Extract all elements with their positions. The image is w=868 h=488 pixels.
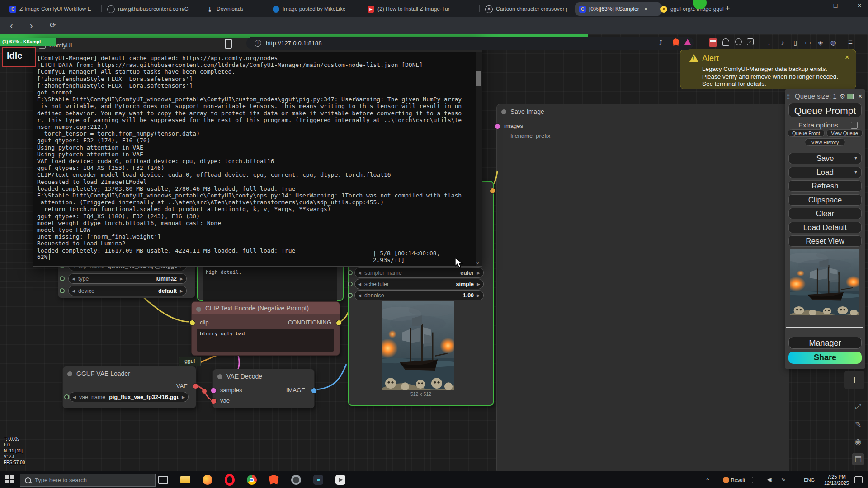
prev-arrow-icon[interactable]: ◀: [70, 395, 79, 399]
alert-close-button[interactable]: ×: [845, 53, 849, 62]
reset-view-button[interactable]: Reset View: [788, 235, 862, 247]
reload-button[interactable]: ⟳: [50, 19, 56, 31]
view-queue-button[interactable]: View Queue: [826, 129, 863, 137]
tray-clock[interactable]: 7:25 PM 12/13/2025: [824, 471, 849, 488]
firefox-taskbar-icon[interactable]: [202, 474, 213, 485]
new-tab-button[interactable]: +: [725, 4, 730, 13]
node-vae-decode[interactable]: VAE Decode samples IMAGE vae: [212, 369, 315, 408]
extension-search-icon[interactable]: ⌕: [747, 38, 754, 45]
forward-button[interactable]: ›: [30, 19, 33, 31]
denoise-widget[interactable]: ◀ denoise 1.00 ▶: [354, 290, 484, 300]
vae-output-port[interactable]: [193, 383, 198, 389]
tray-language[interactable]: ENG: [804, 471, 815, 488]
node-title-bar[interactable]: CLIP Text Encode (Negative Prompt): [192, 302, 340, 314]
opera-taskbar-icon[interactable]: [224, 474, 235, 485]
next-arrow-icon[interactable]: ▶: [474, 293, 483, 298]
widget-input-dot[interactable]: [348, 270, 353, 275]
vae-input-port[interactable]: [211, 398, 217, 404]
console-scroll-down-icon[interactable]: ∨: [476, 260, 479, 265]
browser-tab[interactable]: raw.githubusercontent.com/Co: [103, 2, 208, 16]
share-icon[interactable]: ⤴: [659, 39, 662, 46]
tray-pen-icon[interactable]: ✎: [781, 471, 786, 488]
vae-name-widget[interactable]: ◀ vae_name pig_flux_vae_fp32-f16.gguf ▶: [69, 392, 189, 402]
start-button[interactable]: [5, 475, 14, 483]
prev-arrow-icon[interactable]: ◀: [69, 277, 78, 281]
tray-display-icon[interactable]: [752, 471, 760, 488]
sidebar-toggle-icon[interactable]: [225, 39, 232, 49]
extension-red-icon[interactable]: [709, 38, 717, 47]
negative-prompt-textarea[interactable]: blurry ugly bad: [197, 329, 334, 352]
chrome-taskbar-icon[interactable]: [246, 474, 257, 485]
dark-app-taskbar-icon[interactable]: [312, 474, 324, 485]
edit-pencil-icon[interactable]: ✎: [852, 418, 864, 431]
window-maximize-button[interactable]: □: [829, 2, 842, 9]
node-save-image[interactable]: Save Image images filename_prefix: [496, 104, 789, 474]
downloads-icon[interactable]: ↓: [765, 38, 773, 47]
browser-tab[interactable]: ▶(2) How to Install Z-Image-Turl: [363, 2, 486, 16]
queue-front-button[interactable]: Queue Front: [788, 129, 825, 137]
console-scrollbar-thumb[interactable]: [476, 71, 481, 86]
brave-leo-icon[interactable]: [684, 38, 692, 47]
media-player-taskbar-icon[interactable]: [335, 474, 346, 485]
browser-tab[interactable]: CZ-Image ComfyUI Workflow Ex: [5, 2, 108, 16]
filename-prefix-widget[interactable]: filename_prefix: [510, 132, 550, 139]
clipspace-button[interactable]: Clipspace: [788, 194, 862, 206]
window-minimize-button[interactable]: —: [804, 2, 817, 9]
file-explorer-taskbar-icon[interactable]: [179, 474, 191, 485]
browser-tab[interactable]: ✳Cartoon character crossover p: [481, 2, 580, 16]
dropdown-arrow-icon[interactable]: ▼: [850, 167, 861, 178]
widget-input-dot[interactable]: [348, 293, 353, 298]
tray-expand-chevron[interactable]: ^: [707, 471, 709, 488]
rewards-diamond-icon[interactable]: ◈: [816, 38, 825, 47]
workflow-gallery-icon[interactable]: ▤: [852, 453, 864, 465]
window-close-button[interactable]: ×: [853, 2, 866, 9]
load-button[interactable]: Load▼: [788, 167, 862, 178]
task-view-taskbar-icon[interactable]: [157, 474, 169, 485]
next-arrow-icon[interactable]: ▶: [179, 395, 188, 399]
add-panel-button[interactable]: +: [844, 371, 864, 389]
widget-input-dot[interactable]: [348, 282, 353, 286]
address-bar[interactable]: i http://127.0.0.1:8188: [246, 37, 694, 50]
site-info-icon[interactable]: i: [255, 40, 261, 47]
browser-tab[interactable]: ⭳Downloads: [203, 2, 274, 16]
prev-arrow-icon[interactable]: ◀: [355, 282, 364, 286]
manager-button[interactable]: Manager: [788, 337, 862, 349]
url-text[interactable]: http://127.0.0.1:8188: [266, 40, 322, 47]
dropdown-arrow-icon[interactable]: ▼: [850, 153, 861, 164]
prev-arrow-icon[interactable]: ◀: [355, 293, 364, 298]
type-widget[interactable]: ◀ type lumina2 ▶: [68, 273, 187, 284]
clip-input-port[interactable]: [189, 320, 195, 326]
taskbar-search-box[interactable]: Type here to search: [20, 474, 156, 487]
prev-arrow-icon[interactable]: ◀: [355, 271, 364, 275]
browser-tab[interactable]: C[0%][63%] KSampler×: [575, 2, 662, 16]
queue-prompt-button[interactable]: Queue Prompt: [788, 103, 862, 117]
menu-close-icon[interactable]: ×: [858, 92, 862, 100]
share-button[interactable]: Share: [788, 352, 862, 364]
console-scrollbar[interactable]: ∨: [476, 52, 482, 266]
wallet-icon[interactable]: ▭: [804, 38, 812, 47]
latent-output-port[interactable]: [490, 188, 495, 194]
vpn-shield-icon[interactable]: ◍: [829, 38, 837, 47]
widget-input-dot[interactable]: [64, 394, 69, 399]
refresh-button[interactable]: Refresh: [788, 180, 862, 192]
conditioning-output-port[interactable]: [336, 320, 342, 326]
widget-input-dot[interactable]: [60, 288, 65, 293]
drag-handle-icon[interactable]: ⣿: [787, 94, 790, 99]
save-button[interactable]: Save▼: [788, 153, 862, 164]
toggle-visibility-icon[interactable]: ◉: [852, 436, 864, 448]
notification-center-icon[interactable]: [854, 471, 863, 488]
scheduler-widget[interactable]: ◀ scheduler simple ▶: [354, 279, 484, 289]
tab-close-icon[interactable]: ×: [642, 5, 648, 13]
node-negative-prompt[interactable]: CLIP Text Encode (Negative Prompt) clip …: [191, 301, 340, 356]
browser-tab[interactable]: Image posted by MikeLike: [269, 2, 369, 16]
samples-input-port[interactable]: [211, 388, 217, 394]
back-button[interactable]: ‹: [10, 19, 13, 31]
view-history-button[interactable]: View History: [805, 138, 845, 146]
device-widget[interactable]: ◀ device default ▶: [68, 286, 187, 296]
comfyui-console-window[interactable]: ComfyUI — □ × [ComfyUI-Manager] default …: [33, 38, 482, 267]
menu-preview-image[interactable]: [790, 249, 859, 315]
next-arrow-icon[interactable]: ▶: [474, 282, 483, 286]
extra-options-checkbox[interactable]: [851, 122, 858, 129]
tray-result-item[interactable]: Result: [723, 471, 745, 488]
tray-volume-icon[interactable]: ): [767, 471, 772, 488]
